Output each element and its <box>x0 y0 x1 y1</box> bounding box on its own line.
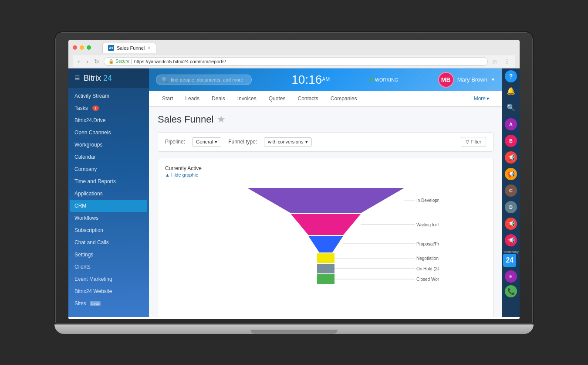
nav-deals[interactable]: Deals <box>206 91 231 107</box>
time-text: 10:16 <box>291 73 322 86</box>
maximize-dot[interactable] <box>87 45 91 50</box>
nav-more[interactable]: More ▾ <box>468 91 495 107</box>
date-badge: 24 <box>503 254 516 267</box>
hamburger-icon[interactable]: ☰ <box>74 75 80 82</box>
app-layout: ☰ Bitrix 24 Activity Stream Tasks 1 <box>68 68 520 317</box>
sidebar-item-workflows[interactable]: Workflows <box>68 212 149 224</box>
url-text: https://yanandco5.bitrix24.com/crm/repor… <box>134 59 226 64</box>
user-avatar-1[interactable]: A <box>503 116 519 132</box>
nav-quotes[interactable]: Quotes <box>263 91 292 107</box>
notification-orange-1[interactable]: 📢 <box>503 166 519 182</box>
pipeline-chevron-icon: ▾ <box>215 139 217 145</box>
sidebar-item-activity-stream[interactable]: Activity Stream <box>68 90 149 102</box>
currently-active-label: Currently Active <box>165 165 486 171</box>
user-avatar-5[interactable]: E <box>503 269 519 284</box>
page-content: Sales Funnel ★ Pipeline: General ▾ Funne… <box>149 107 502 317</box>
user-avatar-2[interactable]: B <box>503 133 519 149</box>
menu-button[interactable]: ⋮ <box>502 57 512 66</box>
more-chevron-icon: ▾ <box>487 96 489 102</box>
nav-leads[interactable]: Leads <box>179 91 206 107</box>
crm-nav: Start Leads Deals Invoices Quotes Contac… <box>149 91 502 107</box>
lock-icon: 🔒 <box>108 59 114 64</box>
hide-graphic-button[interactable]: ▲ Hide graphic <box>165 172 486 177</box>
browser-tab[interactable]: 24 Sales Funnel ✕ <box>102 43 156 53</box>
sidebar-item-tasks[interactable]: Tasks 1 <box>68 102 149 114</box>
sidebar-item-crm[interactable]: CRM <box>70 200 147 212</box>
notification-red-2[interactable]: 📢 <box>503 216 519 232</box>
favorite-star-icon[interactable]: ★ <box>217 114 226 125</box>
notifications-button[interactable]: 🔔 <box>503 83 519 99</box>
search-input[interactable] <box>171 77 246 82</box>
top-bar: 🔍 10:16AM WORKING MB <box>149 68 502 91</box>
reload-button[interactable]: ↻ <box>92 57 101 66</box>
screen: 24 Sales Funnel ✕ ‹ › ↻ 🔒 Secure | htt <box>68 40 520 319</box>
nav-start[interactable]: Start <box>156 91 179 107</box>
working-label: WORKING <box>375 77 399 82</box>
nav-companies[interactable]: Companies <box>324 91 363 107</box>
nav-contacts[interactable]: Contacts <box>291 91 324 107</box>
funnel-label-1: Waiting for Details (50%) <box>416 222 439 227</box>
sidebar-item-clients[interactable]: Clients <box>68 261 149 273</box>
sidebar-header: ☰ Bitrix 24 <box>68 68 149 88</box>
funnel-label-2: Proposal/Price Quote (40%) <box>416 242 439 246</box>
user-info[interactable]: MB Mary Brown ▼ <box>438 72 495 88</box>
funnel-label-4: On Hold (24%) <box>416 266 439 271</box>
close-dot[interactable] <box>73 45 77 50</box>
pipeline-select[interactable]: General ▾ <box>192 137 221 147</box>
sidebar-item-event-marketing[interactable]: Event Marketing <box>68 273 149 285</box>
url-separator: | <box>131 59 132 64</box>
sidebar-item-settings[interactable]: Settings <box>68 249 149 261</box>
funnel-container: In Development (98%) Waiting for Details… <box>165 179 486 310</box>
favicon: 24 <box>108 45 114 51</box>
tab-label: Sales Funnel <box>117 45 145 51</box>
time-am: AM <box>322 76 330 82</box>
back-button[interactable]: ‹ <box>76 57 82 66</box>
filter-button[interactable]: ▽ Filter <box>461 137 486 147</box>
user-avatar-3[interactable]: C <box>503 183 519 198</box>
working-status: WORKING <box>370 77 399 82</box>
sidebar: ☰ Bitrix 24 Activity Stream Tasks 1 <box>68 68 149 317</box>
beta-tag: beta <box>90 301 101 306</box>
nav-invoices[interactable]: Invoices <box>231 91 263 107</box>
sidebar-item-calendar[interactable]: Calendar <box>68 151 149 163</box>
sidebar-item-applications[interactable]: Applications <box>68 188 149 200</box>
user-avatar-4[interactable]: D <box>503 199 519 215</box>
funnel-stage-5 <box>317 274 335 284</box>
help-button[interactable]: ? <box>505 70 517 82</box>
tab-close-icon[interactable]: ✕ <box>147 45 151 50</box>
sidebar-item-drive[interactable]: Bitrix24.Drive <box>68 114 149 126</box>
sidebar-item-company[interactable]: Company <box>68 163 149 175</box>
minimize-dot[interactable] <box>80 45 84 50</box>
filter-icon: ▽ <box>466 139 469 145</box>
user-dropdown-icon[interactable]: ▼ <box>491 77 495 82</box>
bookmark-button[interactable]: ☆ <box>490 57 500 66</box>
sidebar-item-workgroups[interactable]: Workgroups <box>68 139 149 151</box>
chart-header: Currently Active ▲ Hide graphic <box>165 165 486 177</box>
address-bar[interactable]: 🔒 Secure | https://yanandco5.bitrix24.co… <box>104 57 488 66</box>
address-bar-row: ‹ › ↻ 🔒 Secure | https://yanandco5.bitri… <box>73 55 515 68</box>
right-sidebar: ? 🔔 🔍 A B 📢 📢 <box>502 68 520 317</box>
sidebar-item-open-channels[interactable]: Open Channels <box>68 126 149 139</box>
sidebar-nav: Activity Stream Tasks 1 Bitrix24.Drive O… <box>68 88 149 311</box>
sidebar-item-bitrix24-website[interactable]: Bitrix24 Website <box>68 285 149 297</box>
time-display: 10:16AM <box>291 73 330 87</box>
forward-button[interactable]: › <box>84 57 90 66</box>
notification-pink-1[interactable]: 📢 <box>503 232 519 248</box>
sidebar-item-sites[interactable]: Sites beta <box>68 297 149 310</box>
page-title: Sales Funnel ★ <box>158 114 493 125</box>
search-box[interactable]: 🔍 <box>156 75 252 85</box>
funnel-label-5: Closed Won (16%) <box>416 277 439 282</box>
sidebar-item-chat-calls[interactable]: Chat and Calls <box>68 236 149 249</box>
sidebar-item-time-reports[interactable]: Time and Reports <box>68 175 149 188</box>
sidebar-item-subscription[interactable]: Subscription <box>68 224 149 236</box>
screen-bezel: 24 Sales Funnel ✕ ‹ › ↻ 🔒 Secure | htt <box>54 31 534 324</box>
funnel-type-select[interactable]: with conversions ▾ <box>264 137 311 147</box>
funnel-label-0: In Development (98%) <box>416 198 439 203</box>
funnel-type-label: Funnel type: <box>228 139 257 145</box>
search-button[interactable]: 🔍 <box>503 100 519 116</box>
user-name: Mary Brown <box>457 76 487 83</box>
working-dot <box>370 78 373 82</box>
notification-red-1[interactable]: 📢 <box>503 150 519 165</box>
phone-button[interactable]: 📞 <box>505 285 517 297</box>
funnel-stage-1 <box>291 214 361 235</box>
